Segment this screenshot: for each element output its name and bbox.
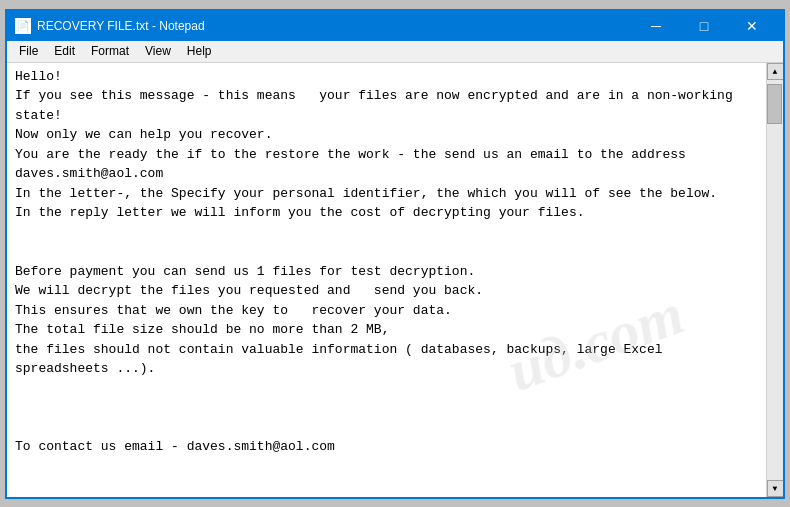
content-wrapper: Hello! If you see this message - this me… bbox=[7, 63, 766, 497]
scrollbar[interactable]: ▲ ▼ bbox=[766, 63, 783, 497]
scroll-up-button[interactable]: ▲ bbox=[767, 63, 784, 80]
title-bar: 📄 RECOVERY FILE.txt - Notepad ─ □ ✕ bbox=[7, 11, 783, 41]
close-button[interactable]: ✕ bbox=[729, 11, 775, 41]
menu-view[interactable]: View bbox=[137, 42, 179, 60]
window-title: RECOVERY FILE.txt - Notepad bbox=[37, 19, 205, 33]
menu-format[interactable]: Format bbox=[83, 42, 137, 60]
maximize-button[interactable]: □ bbox=[681, 11, 727, 41]
menu-help[interactable]: Help bbox=[179, 42, 220, 60]
scrollbar-track[interactable] bbox=[767, 80, 784, 480]
scroll-down-button[interactable]: ▼ bbox=[767, 480, 784, 497]
app-icon: 📄 bbox=[15, 18, 31, 34]
menu-edit[interactable]: Edit bbox=[46, 42, 83, 60]
text-editor[interactable]: Hello! If you see this message - this me… bbox=[7, 63, 766, 497]
menu-file[interactable]: File bbox=[11, 42, 46, 60]
window-controls: ─ □ ✕ bbox=[633, 11, 775, 41]
content-area: Hello! If you see this message - this me… bbox=[7, 63, 783, 497]
title-bar-left: 📄 RECOVERY FILE.txt - Notepad bbox=[15, 18, 205, 34]
menu-bar: File Edit Format View Help bbox=[7, 41, 783, 63]
scrollbar-thumb[interactable] bbox=[767, 84, 782, 124]
minimize-button[interactable]: ─ bbox=[633, 11, 679, 41]
notepad-window: 📄 RECOVERY FILE.txt - Notepad ─ □ ✕ File… bbox=[5, 9, 785, 499]
